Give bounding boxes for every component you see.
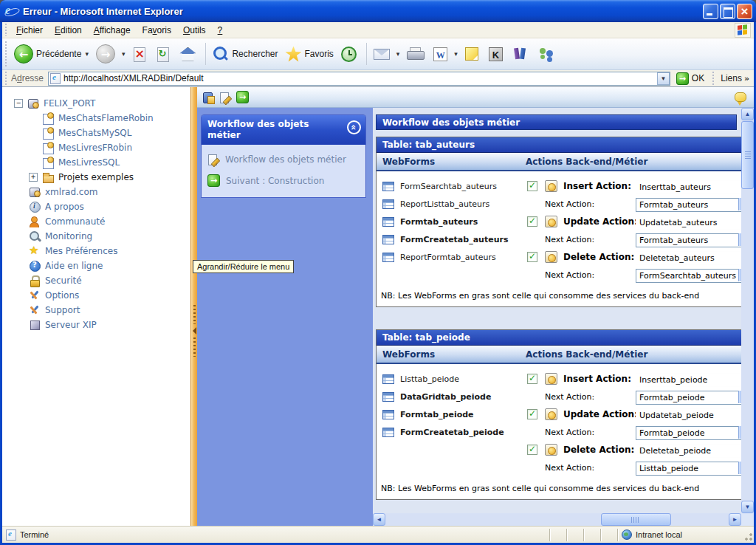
tree-item[interactable]: MesChatsFlameRobin	[2, 111, 190, 126]
tree-item[interactable]: − FELIX_PORT	[2, 96, 190, 111]
scroll-right-button[interactable]: ►	[729, 513, 741, 526]
menu-item[interactable]: Edition	[49, 23, 88, 38]
menu-item[interactable]: ?	[212, 23, 229, 38]
webform-row[interactable]: Formtab_auteurs	[377, 213, 518, 230]
menu-item[interactable]: Affichage	[88, 23, 137, 38]
run-action-icon[interactable]	[545, 408, 557, 420]
resize-grip[interactable]	[743, 527, 754, 543]
webform-row[interactable]: DataGridtab_peiode	[377, 388, 518, 405]
toolbar-button[interactable]	[176, 40, 202, 68]
links-bar[interactable]: Liens »	[718, 73, 752, 83]
action-input[interactable]	[636, 373, 741, 387]
tree-item[interactable]: Communauté	[2, 214, 190, 229]
action-input[interactable]	[636, 269, 741, 283]
action-input[interactable]	[636, 198, 741, 212]
workflow-panel-item[interactable]: Suivant : Construction	[207, 174, 360, 187]
toolbar-button[interactable]: Précédente	[10, 40, 92, 68]
minimize-button[interactable]	[703, 4, 718, 19]
action-input[interactable]	[636, 444, 741, 458]
links-grip-handle[interactable]	[712, 72, 715, 85]
action-input[interactable]	[636, 233, 741, 247]
toolbar-button[interactable]	[461, 40, 485, 68]
toolbar-button[interactable]	[509, 40, 535, 68]
menu-item[interactable]: Favoris	[137, 23, 177, 38]
action-checkbox[interactable]	[527, 374, 537, 384]
tree-item[interactable]: A propos	[2, 199, 190, 214]
menu-grip-handle[interactable]	[4, 24, 8, 36]
toolbar-button[interactable]	[92, 40, 129, 68]
run-action-icon[interactable]	[545, 444, 557, 456]
run-action-icon[interactable]	[545, 216, 557, 227]
scroll-down-button[interactable]: ▼	[741, 501, 754, 513]
action-input[interactable]	[636, 251, 741, 265]
run-action-icon[interactable]	[545, 373, 557, 385]
tree-item[interactable]: + Projets exemples	[2, 170, 190, 185]
toolbar-button[interactable]	[403, 40, 430, 68]
toolbar-button[interactable]: Rechercher	[209, 40, 281, 68]
action-input[interactable]	[636, 391, 741, 405]
action-input[interactable]	[636, 216, 741, 230]
action-checkbox[interactable]	[527, 409, 537, 419]
webform-row[interactable]: Listtab_peiode	[377, 370, 518, 388]
webform-row[interactable]: ReportFormtab_auteurs	[377, 248, 518, 266]
toolbar-button[interactable]	[128, 40, 152, 68]
vertical-scrollbar[interactable]: ▲ ▼	[741, 108, 754, 513]
toolbar-button[interactable]	[337, 40, 363, 68]
action-checkbox[interactable]	[527, 181, 537, 191]
menu-item[interactable]: Fichier	[10, 23, 49, 38]
action-checkbox[interactable]	[527, 252, 537, 262]
tree-expander[interactable]: −	[14, 99, 23, 108]
go-arrow-icon[interactable]	[236, 91, 249, 103]
action-checkbox[interactable]	[527, 216, 537, 227]
tree-item[interactable]: Aide en ligne	[2, 258, 190, 273]
address-input[interactable]	[61, 73, 657, 83]
toolbar-button[interactable]: Favoris	[281, 40, 337, 68]
toolbar-button[interactable]	[430, 40, 461, 68]
tree-item[interactable]: Monitoring	[2, 229, 190, 244]
horizontal-scrollbar[interactable]: ◄ ►	[373, 513, 741, 526]
webform-row[interactable]: FormSearchtab_auteurs	[377, 177, 518, 195]
go-button[interactable]: OK	[673, 72, 709, 86]
splitter-collapse-handle[interactable]	[191, 298, 197, 364]
action-checkbox[interactable]	[527, 445, 537, 455]
tree-item[interactable]: xmlrad.com	[2, 185, 190, 199]
maximize-button[interactable]	[720, 4, 735, 19]
tree-item[interactable]: Options	[2, 288, 190, 303]
run-action-icon[interactable]	[545, 251, 557, 263]
scroll-up-button[interactable]: ▲	[741, 108, 754, 120]
tree-item[interactable]: Serveur XIP	[2, 318, 190, 332]
toolbar-grip-handle[interactable]	[4, 41, 8, 66]
tree-item[interactable]: Securité	[2, 273, 190, 288]
scroll-left-button[interactable]: ◄	[373, 513, 385, 526]
tree-item[interactable]: MesLivresFRobin	[2, 140, 190, 155]
horizontal-scroll-thumb[interactable]	[601, 513, 671, 526]
clipboard-icon[interactable]	[202, 92, 214, 103]
action-input[interactable]	[636, 462, 741, 476]
help-bubble-icon[interactable]	[735, 92, 746, 102]
webform-row[interactable]: FormCreatetab_peiode	[377, 423, 518, 441]
tree-item[interactable]: Support	[2, 303, 190, 318]
tree-item[interactable]: MesChatsMySQL	[2, 126, 190, 140]
vertical-scroll-thumb[interactable]	[741, 121, 754, 189]
collapse-panel-button[interactable]	[347, 120, 361, 134]
webform-row[interactable]: ReportListtab_auteurs	[377, 195, 518, 213]
toolbar-button[interactable]	[485, 40, 509, 68]
address-dropdown-button[interactable]: ▼	[657, 72, 670, 85]
toolbar-button[interactable]	[535, 40, 561, 68]
tree-expander[interactable]: +	[29, 173, 38, 182]
document-edit-icon[interactable]	[219, 92, 231, 103]
tree-item[interactable]: Mes Préférences	[2, 244, 190, 258]
webform-row[interactable]: Formtab_peiode	[377, 405, 518, 423]
addressbar-grip-handle[interactable]	[4, 72, 8, 85]
workflow-panel-item[interactable]: Workflow des objets métier	[207, 154, 360, 165]
run-action-icon[interactable]	[545, 180, 557, 192]
webform-row[interactable]: FormCreatetab_auteurs	[377, 230, 518, 248]
action-input[interactable]	[636, 180, 741, 194]
toolbar-button[interactable]	[370, 40, 404, 68]
tree-item[interactable]: MesLivresSQL	[2, 155, 190, 170]
action-input[interactable]	[636, 426, 741, 440]
close-button[interactable]	[737, 4, 752, 19]
title-bar[interactable]: e Erreur - Microsoft Internet Explorer	[0, 0, 756, 22]
menu-splitter[interactable]	[190, 87, 197, 526]
toolbar-button[interactable]	[152, 40, 176, 68]
